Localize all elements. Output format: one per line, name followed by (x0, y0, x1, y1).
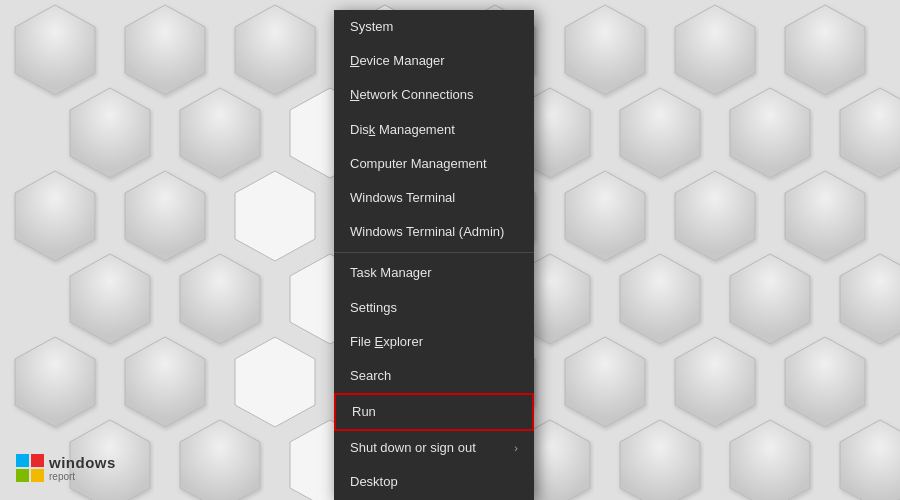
svg-marker-33 (125, 337, 205, 427)
svg-marker-41 (180, 420, 260, 500)
svg-marker-44 (620, 420, 700, 500)
svg-marker-18 (235, 171, 315, 261)
svg-marker-0 (15, 5, 95, 95)
menu-label-desktop: Desktop (350, 473, 398, 491)
menu-item-shut-down[interactable]: Shut down or sign out› (334, 431, 534, 465)
svg-marker-21 (565, 171, 645, 261)
svg-rect-50 (31, 469, 44, 482)
menu-label-windows-terminal-admin: Windows Terminal (Admin) (350, 223, 504, 241)
menu-item-disk-management[interactable]: Disk Management (334, 113, 534, 147)
svg-marker-25 (180, 254, 260, 344)
svg-marker-2 (235, 5, 315, 95)
svg-marker-38 (675, 337, 755, 427)
svg-marker-34 (235, 337, 315, 427)
menu-label-settings: Settings (350, 299, 397, 317)
menu-label-system: System (350, 18, 393, 36)
menu-label-search: Search (350, 367, 391, 385)
menu-label-computer-management: Computer Management (350, 155, 487, 173)
menu-item-computer-management[interactable]: Computer Management (334, 147, 534, 181)
svg-marker-5 (565, 5, 645, 95)
context-menu: SystemDevice ManagerNetwork ConnectionsD… (334, 10, 534, 500)
logo-subtext: report (49, 471, 116, 482)
menu-label-shut-down: Shut down or sign out (350, 439, 476, 457)
svg-marker-15 (840, 88, 900, 178)
menu-label-network-connections: Network Connections (350, 86, 474, 104)
menu-label-device-manager: Device Manager (350, 52, 445, 70)
svg-marker-13 (620, 88, 700, 178)
menu-item-task-manager[interactable]: Task Manager (334, 256, 534, 290)
menu-item-windows-terminal[interactable]: Windows Terminal (334, 181, 534, 215)
menu-item-file-explorer[interactable]: File Explorer (334, 325, 534, 359)
menu-item-network-connections[interactable]: Network Connections (334, 78, 534, 112)
svg-marker-14 (730, 88, 810, 178)
svg-marker-9 (180, 88, 260, 178)
menu-item-desktop[interactable]: Desktop (334, 465, 534, 499)
menu-item-system[interactable]: System (334, 10, 534, 44)
svg-marker-32 (15, 337, 95, 427)
menu-label-file-explorer: File Explorer (350, 333, 423, 351)
svg-marker-23 (785, 171, 865, 261)
menu-label-windows-terminal: Windows Terminal (350, 189, 455, 207)
menu-label-task-manager: Task Manager (350, 264, 432, 282)
svg-marker-37 (565, 337, 645, 427)
svg-marker-30 (730, 254, 810, 344)
menu-item-search[interactable]: Search (334, 359, 534, 393)
svg-marker-22 (675, 171, 755, 261)
menu-separator (334, 252, 534, 253)
svg-marker-31 (840, 254, 900, 344)
menu-item-device-manager[interactable]: Device Manager (334, 44, 534, 78)
menu-arrow-shut-down: › (514, 441, 518, 456)
svg-marker-1 (125, 5, 205, 95)
svg-marker-16 (15, 171, 95, 261)
menu-item-windows-terminal-admin[interactable]: Windows Terminal (Admin) (334, 215, 534, 249)
svg-marker-7 (785, 5, 865, 95)
menu-item-settings[interactable]: Settings (334, 291, 534, 325)
svg-marker-17 (125, 171, 205, 261)
svg-rect-48 (31, 454, 44, 467)
menu-item-run[interactable]: Run (334, 393, 534, 431)
svg-marker-24 (70, 254, 150, 344)
svg-rect-49 (16, 469, 29, 482)
svg-marker-46 (840, 420, 900, 500)
svg-marker-39 (785, 337, 865, 427)
windows-logo: windows report (16, 454, 116, 482)
svg-rect-47 (16, 454, 29, 467)
svg-marker-29 (620, 254, 700, 344)
menu-label-disk-management: Disk Management (350, 121, 455, 139)
svg-marker-45 (730, 420, 810, 500)
svg-marker-8 (70, 88, 150, 178)
svg-marker-6 (675, 5, 755, 95)
logo-text: windows (49, 454, 116, 471)
menu-label-run: Run (352, 403, 376, 421)
